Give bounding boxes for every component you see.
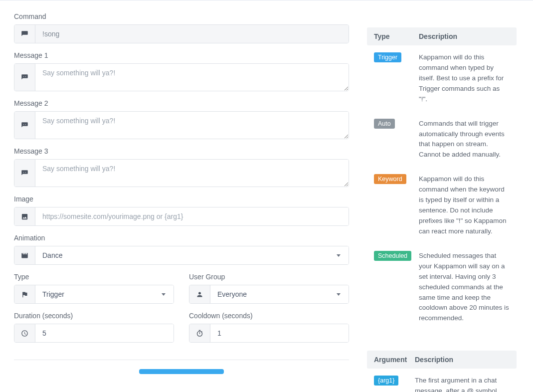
image-field: Image xyxy=(14,195,349,226)
type-description: Kappamon will do this command when typed… xyxy=(419,52,510,105)
arg-description-header: Description xyxy=(415,356,510,364)
usergroup-value: Everyone xyxy=(217,290,247,298)
chevron-down-icon xyxy=(337,254,341,257)
type-select[interactable]: Trigger xyxy=(35,285,174,303)
arg-badge: {arg1} xyxy=(374,376,398,386)
type-description: Commands that will trigger automatically… xyxy=(419,119,510,161)
cooldown-input[interactable] xyxy=(210,324,349,342)
type-badge: Keyword xyxy=(374,174,406,184)
type-header: Type xyxy=(374,32,419,40)
reference-panel: Type Description TriggerKappamon will do… xyxy=(367,3,517,392)
type-table-header: Type Description xyxy=(367,27,517,45)
chevron-down-icon xyxy=(337,293,341,296)
argument-header: Argument xyxy=(374,356,415,364)
message3-input[interactable] xyxy=(35,160,349,187)
type-description: Kappamon will do this command when the k… xyxy=(419,174,510,237)
usergroup-group: Everyone xyxy=(189,285,349,304)
message3-label: Message 3 xyxy=(14,147,349,155)
message2-field: Message 2 xyxy=(14,99,349,139)
cooldown-label: Cooldown (seconds) xyxy=(189,312,349,320)
cooldown-field: Cooldown (seconds) xyxy=(189,312,349,343)
submit-button[interactable] xyxy=(139,369,224,374)
speech-icon xyxy=(14,25,35,43)
command-input[interactable] xyxy=(35,25,349,43)
image-icon xyxy=(14,207,35,225)
animation-field: Animation Dance xyxy=(14,234,349,265)
type-label: Type xyxy=(14,273,174,281)
usergroup-select[interactable]: Everyone xyxy=(210,285,349,303)
message1-field: Message 1 xyxy=(14,51,349,91)
duration-field: Duration (seconds) xyxy=(14,312,174,343)
type-description: Scheduled messages that your Kappamon wi… xyxy=(419,251,510,324)
type-row: TriggerKappamon will do this command whe… xyxy=(367,45,517,112)
command-label: Command xyxy=(14,12,349,20)
stopwatch-icon xyxy=(189,324,210,342)
image-input[interactable] xyxy=(35,207,349,225)
chevron-down-icon xyxy=(162,293,166,296)
user-icon xyxy=(189,285,210,303)
animation-value: Dance xyxy=(42,251,62,259)
command-field: Command xyxy=(14,12,349,43)
clock-icon xyxy=(14,324,35,342)
type-row: ScheduledScheduled messages that your Ka… xyxy=(367,244,517,331)
type-badge: Auto xyxy=(374,119,395,129)
chat-icon xyxy=(14,160,35,187)
type-row: KeywordKappamon will do this command whe… xyxy=(367,167,517,244)
flag-icon xyxy=(14,285,35,303)
type-row: AutoCommands that will trigger automatic… xyxy=(367,112,517,168)
arg-description: The first argument in a chat message, af… xyxy=(415,376,510,392)
animation-group: Dance xyxy=(14,246,349,265)
message1-input[interactable] xyxy=(35,64,349,91)
message2-label: Message 2 xyxy=(14,99,349,107)
image-label: Image xyxy=(14,195,349,203)
type-group: Trigger xyxy=(14,285,174,304)
message3-field: Message 3 xyxy=(14,147,349,187)
duration-group xyxy=(14,324,174,343)
cooldown-group xyxy=(189,324,349,343)
usergroup-label: User Group xyxy=(189,273,349,281)
chat-icon xyxy=(14,112,35,139)
animation-select[interactable]: Dance xyxy=(35,246,349,264)
duration-label: Duration (seconds) xyxy=(14,312,174,320)
clapper-icon xyxy=(14,246,35,264)
usergroup-field: User Group Everyone xyxy=(189,273,349,304)
type-badge: Trigger xyxy=(374,52,401,62)
image-group xyxy=(14,207,349,226)
type-value: Trigger xyxy=(42,290,64,298)
arg-row: {arg1}The first argument in a chat messa… xyxy=(367,369,517,392)
animation-label: Animation xyxy=(14,234,349,242)
message2-input[interactable] xyxy=(35,112,349,139)
chat-icon xyxy=(14,64,35,91)
form-panel: Command Message 1 Message 2 xyxy=(14,3,349,392)
type-field: Type Trigger xyxy=(14,273,174,304)
type-table-body: TriggerKappamon will do this command whe… xyxy=(367,45,517,331)
message3-group xyxy=(14,159,349,187)
message1-label: Message 1 xyxy=(14,51,349,59)
type-badge: Scheduled xyxy=(374,251,411,261)
arg-table-body: {arg1}The first argument in a chat messa… xyxy=(367,369,517,392)
divider xyxy=(14,360,349,360)
message1-group xyxy=(14,63,349,91)
arg-table-header: Argument Description xyxy=(367,351,517,369)
duration-input[interactable] xyxy=(35,324,174,342)
command-input-group xyxy=(14,24,349,43)
description-header: Description xyxy=(419,32,510,40)
message2-group xyxy=(14,111,349,139)
